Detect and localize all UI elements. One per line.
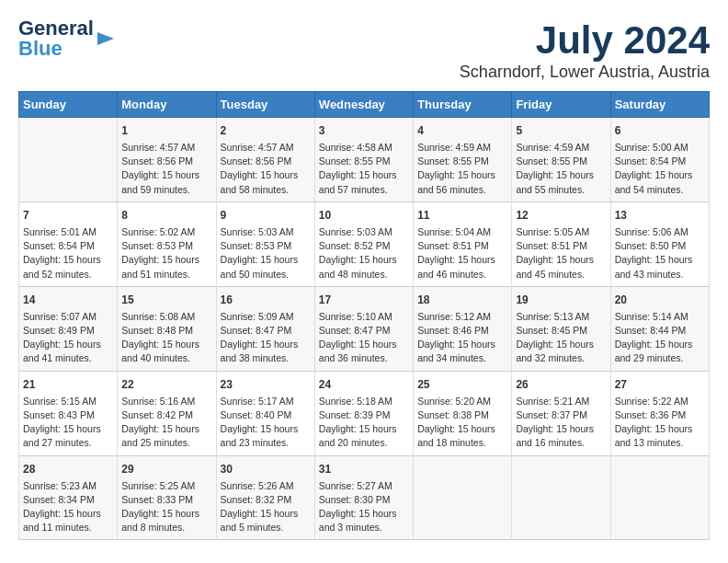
day-header-wednesday: Wednesday [314,92,413,118]
cell-content: Sunrise: 5:26 AM Sunset: 8:32 PM Dayligh… [221,479,311,535]
calendar-cell: 29Sunrise: 5:25 AM Sunset: 8:33 PM Dayli… [118,455,216,540]
calendar-cell: 12Sunrise: 5:05 AM Sunset: 8:51 PM Dayli… [512,201,610,286]
day-number: 28 [23,461,113,477]
main-title: July 2024 [460,18,710,63]
cell-content: Sunrise: 5:03 AM Sunset: 8:53 PM Dayligh… [221,225,311,282]
day-number: 31 [319,461,409,477]
calendar-cell: 11Sunrise: 5:04 AM Sunset: 8:51 PM Dayli… [414,201,512,286]
day-number: 8 [121,207,211,224]
day-number: 12 [516,207,606,224]
day-number: 30 [221,461,311,477]
day-number: 5 [516,122,606,139]
cell-content: Sunrise: 5:25 AM Sunset: 8:33 PM Dayligh… [121,479,211,535]
cell-content: Sunrise: 4:59 AM Sunset: 8:55 PM Dayligh… [516,141,606,197]
cell-content: Sunrise: 5:27 AM Sunset: 8:30 PM Dayligh… [319,479,409,535]
sub-title: Scharndorf, Lower Austria, Austria [460,63,710,82]
day-number: 11 [417,207,507,224]
calendar-cell: 31Sunrise: 5:27 AM Sunset: 8:30 PM Dayli… [314,455,413,540]
day-number: 21 [23,376,113,393]
cell-content: Sunrise: 5:17 AM Sunset: 8:40 PM Dayligh… [221,395,311,451]
day-number: 13 [615,207,705,224]
day-number: 6 [615,122,705,139]
week-row-5: 28Sunrise: 5:23 AM Sunset: 8:34 PM Dayli… [19,455,710,540]
title-block: July 2024 Scharndorf, Lower Austria, Aus… [460,18,710,82]
cell-content: Sunrise: 5:02 AM Sunset: 8:53 PM Dayligh… [121,225,211,282]
day-number: 22 [121,376,211,393]
day-number: 9 [221,207,311,224]
cell-content: Sunrise: 5:10 AM Sunset: 8:47 PM Dayligh… [319,310,409,366]
cell-content: Sunrise: 5:13 AM Sunset: 8:45 PM Dayligh… [516,310,606,366]
calendar-cell: 25Sunrise: 5:20 AM Sunset: 8:38 PM Dayli… [414,371,512,455]
cell-content: Sunrise: 4:57 AM Sunset: 8:56 PM Dayligh… [221,141,311,197]
calendar-cell: 10Sunrise: 5:03 AM Sunset: 8:52 PM Dayli… [314,201,413,286]
calendar-cell: 14Sunrise: 5:07 AM Sunset: 8:49 PM Dayli… [19,286,118,371]
calendar-cell: 27Sunrise: 5:22 AM Sunset: 8:36 PM Dayli… [610,371,709,455]
cell-content: Sunrise: 5:09 AM Sunset: 8:47 PM Dayligh… [221,310,311,366]
calendar-cell: 4Sunrise: 4:59 AM Sunset: 8:55 PM Daylig… [414,118,512,202]
day-number: 23 [221,376,311,393]
day-number: 16 [221,292,311,308]
day-header-monday: Monday [118,92,216,118]
day-number: 19 [516,292,606,308]
cell-content: Sunrise: 4:59 AM Sunset: 8:55 PM Dayligh… [417,141,507,197]
day-number: 4 [417,122,507,139]
calendar-cell: 21Sunrise: 5:15 AM Sunset: 8:43 PM Dayli… [19,371,118,455]
calendar-cell: 20Sunrise: 5:14 AM Sunset: 8:44 PM Dayli… [610,286,709,371]
cell-content: Sunrise: 5:04 AM Sunset: 8:51 PM Dayligh… [417,225,507,282]
day-number: 3 [319,122,409,139]
page-header: General Blue July 2024 Scharndorf, Lower… [18,18,710,82]
day-number: 14 [23,292,113,308]
calendar-cell: 2Sunrise: 4:57 AM Sunset: 8:56 PM Daylig… [216,118,314,202]
day-header-row: SundayMondayTuesdayWednesdayThursdayFrid… [19,92,710,118]
cell-content: Sunrise: 5:14 AM Sunset: 8:44 PM Dayligh… [615,310,705,366]
day-number: 27 [615,376,705,393]
calendar-cell: 22Sunrise: 5:16 AM Sunset: 8:42 PM Dayli… [118,371,216,455]
cell-content: Sunrise: 4:58 AM Sunset: 8:55 PM Dayligh… [319,141,409,197]
day-number: 24 [319,376,409,393]
cell-content: Sunrise: 5:01 AM Sunset: 8:54 PM Dayligh… [23,225,113,282]
cell-content: Sunrise: 5:18 AM Sunset: 8:39 PM Dayligh… [319,395,409,451]
calendar-cell: 13Sunrise: 5:06 AM Sunset: 8:50 PM Dayli… [610,201,709,286]
calendar-cell: 15Sunrise: 5:08 AM Sunset: 8:48 PM Dayli… [118,286,216,371]
day-header-thursday: Thursday [414,92,512,118]
calendar-cell [610,455,709,540]
cell-content: Sunrise: 5:03 AM Sunset: 8:52 PM Dayligh… [319,225,409,282]
calendar-cell: 18Sunrise: 5:12 AM Sunset: 8:46 PM Dayli… [414,286,512,371]
week-row-1: 1Sunrise: 4:57 AM Sunset: 8:56 PM Daylig… [19,118,710,202]
svg-marker-0 [97,32,114,45]
day-number: 20 [615,292,705,308]
calendar-cell: 9Sunrise: 5:03 AM Sunset: 8:53 PM Daylig… [216,201,314,286]
calendar-cell [512,455,610,540]
calendar-cell: 7Sunrise: 5:01 AM Sunset: 8:54 PM Daylig… [19,201,118,286]
day-number: 26 [516,376,606,393]
cell-content: Sunrise: 5:21 AM Sunset: 8:37 PM Dayligh… [516,395,606,451]
calendar-cell: 6Sunrise: 5:00 AM Sunset: 8:54 PM Daylig… [610,118,709,202]
week-row-3: 14Sunrise: 5:07 AM Sunset: 8:49 PM Dayli… [19,286,710,371]
calendar-table: SundayMondayTuesdayWednesdayThursdayFrid… [18,91,710,540]
day-number: 29 [121,461,211,477]
calendar-cell: 24Sunrise: 5:18 AM Sunset: 8:39 PM Dayli… [314,371,413,455]
logo: General Blue [18,18,116,59]
day-header-friday: Friday [512,92,610,118]
calendar-cell [414,455,512,540]
day-number: 10 [319,207,409,224]
calendar-cell: 28Sunrise: 5:23 AM Sunset: 8:34 PM Dayli… [19,455,118,540]
calendar-cell: 23Sunrise: 5:17 AM Sunset: 8:40 PM Dayli… [216,371,314,455]
calendar-cell: 5Sunrise: 4:59 AM Sunset: 8:55 PM Daylig… [512,118,610,202]
cell-content: Sunrise: 5:05 AM Sunset: 8:51 PM Dayligh… [516,225,606,282]
week-row-4: 21Sunrise: 5:15 AM Sunset: 8:43 PM Dayli… [19,371,710,455]
calendar-cell: 3Sunrise: 4:58 AM Sunset: 8:55 PM Daylig… [314,118,413,202]
day-number: 18 [417,292,507,308]
cell-content: Sunrise: 5:15 AM Sunset: 8:43 PM Dayligh… [23,395,113,451]
logo-arrow-icon [96,29,116,49]
calendar-cell: 8Sunrise: 5:02 AM Sunset: 8:53 PM Daylig… [118,201,216,286]
day-number: 2 [221,122,311,139]
cell-content: Sunrise: 5:06 AM Sunset: 8:50 PM Dayligh… [615,225,705,282]
calendar-cell: 17Sunrise: 5:10 AM Sunset: 8:47 PM Dayli… [314,286,413,371]
day-header-saturday: Saturday [610,92,709,118]
cell-content: Sunrise: 5:20 AM Sunset: 8:38 PM Dayligh… [417,395,507,451]
calendar-cell: 26Sunrise: 5:21 AM Sunset: 8:37 PM Dayli… [512,371,610,455]
cell-content: Sunrise: 4:57 AM Sunset: 8:56 PM Dayligh… [121,141,211,197]
cell-content: Sunrise: 5:08 AM Sunset: 8:48 PM Dayligh… [121,310,211,366]
week-row-2: 7Sunrise: 5:01 AM Sunset: 8:54 PM Daylig… [19,201,710,286]
